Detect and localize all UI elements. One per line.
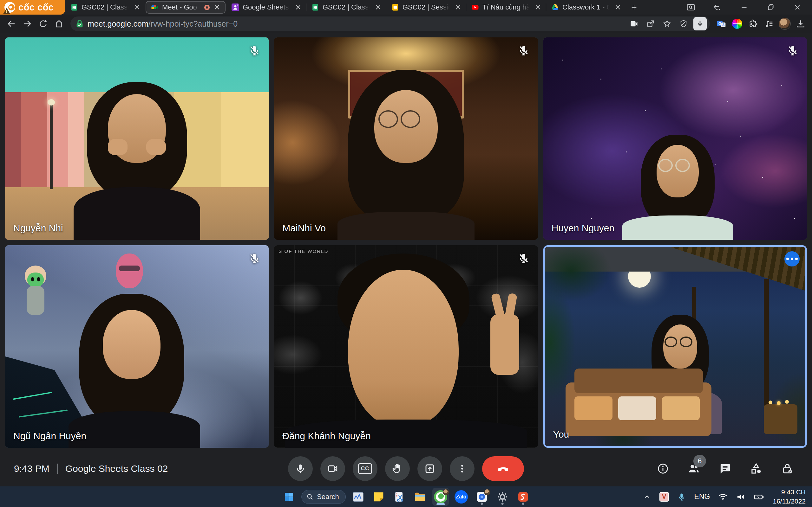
browser-tab-gsc02-classwork-2[interactable]: GSC02 | Classw — [306, 0, 386, 14]
browser-tab-bar: cốc cốc GSC02 | Classw Meet - Goo Google… — [0, 0, 812, 14]
video-tile-huyen-nguyen[interactable]: Huyen Nguyen — [543, 38, 807, 240]
tab-close-icon[interactable] — [213, 3, 221, 11]
google-sheets-icon — [311, 3, 319, 11]
google-sheets-icon — [70, 3, 78, 11]
camera-app[interactable] — [473, 488, 490, 506]
meeting-info: 9:43 PM Google Sheets Class 02 — [14, 463, 168, 474]
coccoc-browser-app[interactable] — [432, 488, 449, 506]
warning-badge-icon — [3, 8, 10, 14]
file-explorer-icon — [414, 491, 426, 503]
participant-name: Nguyễn Nhi — [13, 223, 63, 233]
tab-close-icon[interactable] — [374, 3, 382, 11]
extensions-puzzle-icon[interactable] — [746, 17, 760, 31]
tab-close-icon[interactable] — [133, 3, 141, 11]
zalo-app[interactable]: Zalo — [453, 488, 469, 506]
input-language[interactable]: ENG — [694, 493, 710, 501]
browser-tab-gsc02-classwork[interactable]: GSC02 | Classw — [65, 0, 145, 14]
browser-tab-classwork-drive[interactable]: Classwork 1 - G — [546, 0, 626, 14]
camera-in-use-icon[interactable] — [627, 17, 641, 31]
start-button[interactable] — [281, 488, 297, 506]
search-tabs-icon[interactable] — [681, 1, 700, 14]
reload-button[interactable] — [36, 17, 50, 31]
system-tray: V ENG 9:43 CH 16/11/2022 — [643, 487, 812, 507]
activities-button[interactable] — [749, 462, 763, 475]
download-progress-button[interactable] — [693, 17, 707, 31]
task-manager-app[interactable] — [350, 488, 366, 506]
home-button[interactable] — [52, 17, 66, 31]
tray-clock[interactable]: 9:43 CH 16/11/2022 — [773, 488, 806, 506]
new-tab-button[interactable] — [626, 0, 642, 14]
google-drive-icon — [551, 3, 559, 11]
translate-extension-icon[interactable]: GA — [714, 17, 728, 31]
playlist-extension-icon[interactable] — [762, 17, 776, 31]
screen: cốc cốc GSC02 | Classw Meet - Goo Google… — [0, 0, 812, 507]
browser-tab-gsc02-session[interactable]: GSC02 | Session — [386, 0, 466, 14]
participant-name: Ngũ Ngân Huyền — [13, 431, 86, 441]
sidebar-history-icon[interactable] — [708, 1, 727, 14]
raise-hand-button[interactable] — [385, 456, 410, 481]
tab-close-icon[interactable] — [534, 3, 542, 11]
tile-options-button[interactable] — [784, 251, 800, 267]
video-tile-dang-khanh-nguyen[interactable]: S OF THE WORLD Đăng Khánh Nguyễn — [274, 245, 538, 448]
video-tile-mainhi-vo[interactable]: MaiNhi Vo — [274, 38, 538, 240]
taskbar-search[interactable]: Search — [301, 490, 346, 504]
video-tile-self[interactable]: You — [543, 245, 807, 448]
restore-button[interactable] — [761, 1, 780, 14]
adblock-shield-icon[interactable] — [677, 17, 690, 31]
meeting-details-button[interactable] — [656, 462, 670, 475]
url-bar[interactable]: meet.google.com/rvw-hpoi-tyc?authuser=0 — [70, 16, 710, 31]
captions-button[interactable]: CC — [353, 456, 377, 481]
close-window-button[interactable] — [788, 1, 807, 14]
chat-button[interactable] — [718, 462, 732, 475]
mic-button[interactable] — [288, 456, 313, 481]
more-options-button[interactable] — [450, 456, 474, 481]
participant-name: Đăng Khánh Nguyễn — [282, 431, 371, 441]
back-button[interactable] — [4, 17, 18, 31]
url-host: meet.google.com — [88, 19, 148, 28]
browser-tab-youtube[interactable]: Tí Nâu cùng hà — [466, 0, 546, 14]
volume-icon[interactable] — [736, 492, 745, 502]
windows-logo-icon — [284, 492, 294, 502]
file-explorer-app[interactable] — [412, 488, 428, 506]
settings-app[interactable] — [494, 488, 511, 506]
tab-close-icon[interactable] — [614, 3, 622, 11]
profile-badge — [484, 489, 490, 495]
tab-close-icon[interactable] — [454, 3, 462, 11]
peace-sign-hand — [490, 314, 519, 375]
video-tile-nguyen-nhi[interactable]: Nguyễn Nhi — [5, 38, 269, 240]
minimize-button[interactable] — [734, 1, 754, 14]
tab-close-icon[interactable] — [294, 3, 302, 11]
wifi-icon[interactable] — [718, 492, 728, 502]
unikey-icon[interactable]: V — [659, 492, 669, 502]
video-grid: Nguyễn Nhi MaiNhi Vo — [5, 38, 807, 448]
snipping-tool-app[interactable] — [391, 488, 408, 506]
present-button[interactable] — [417, 456, 442, 481]
secure-lock-icon[interactable] — [75, 19, 84, 29]
browser-tab-google-sheets-course[interactable]: Google Sheets — [226, 0, 306, 14]
bookmark-star-icon[interactable] — [660, 17, 674, 31]
browser-tab-meet-active[interactable]: Meet - Goo — [146, 1, 225, 14]
video-tile-ngu-ngan-huyen[interactable]: Ngũ Ngân Huyền — [5, 245, 269, 448]
battery-charging-icon[interactable] — [754, 492, 764, 502]
mic-in-use-icon[interactable] — [677, 493, 686, 501]
sticky-notes-app[interactable] — [370, 488, 387, 506]
tray-chevron-icon[interactable] — [643, 493, 651, 501]
profile-avatar[interactable] — [778, 17, 792, 31]
google-slides-icon — [391, 3, 399, 11]
host-controls-button[interactable] — [780, 462, 794, 475]
search-label: Search — [317, 493, 339, 501]
downloads-tray-icon[interactable] — [794, 17, 808, 31]
share-icon[interactable] — [644, 17, 657, 31]
coccoc-menu-button[interactable]: cốc cốc — [0, 0, 65, 14]
people-button[interactable]: 6 — [687, 462, 701, 475]
taskbar-center: Search Zalo — [281, 488, 531, 506]
end-call-button[interactable] — [482, 456, 524, 481]
coccoc-logo-icon — [4, 2, 15, 13]
camera-button[interactable] — [320, 456, 345, 481]
chat-icon — [719, 462, 731, 475]
tray-time: 9:43 CH — [773, 488, 806, 497]
orange-app[interactable] — [515, 488, 531, 506]
color-wheel-extension-icon[interactable] — [730, 17, 744, 31]
forward-button[interactable] — [20, 17, 34, 31]
mic-off-icon — [248, 252, 260, 264]
